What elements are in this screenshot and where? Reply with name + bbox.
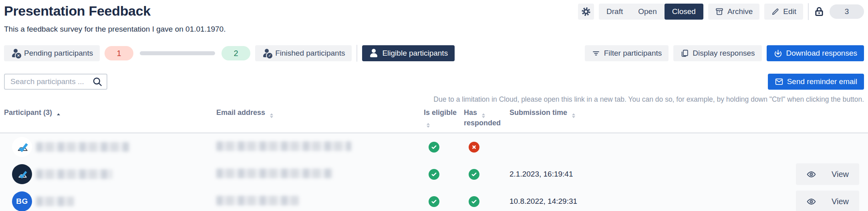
signature-logo-icon [16, 168, 28, 181]
submission-time: 10.8.2022, 14:29:31 [510, 197, 796, 206]
table-row [4, 133, 864, 161]
finished-participants-button[interactable]: ✓ Finished participants [255, 45, 352, 61]
sort-icons [427, 123, 430, 128]
redacted-email [216, 141, 351, 151]
participant-cell: BG [4, 191, 216, 211]
eligible-participants-label: Eligible participants [382, 49, 448, 58]
redacted-participant-name [36, 197, 74, 206]
gear-icon [581, 6, 591, 17]
copy-icon [680, 49, 689, 58]
is-eligible-cell [424, 169, 464, 180]
participant-cell [4, 164, 216, 184]
search-icon [92, 76, 103, 87]
page-subtitle: This a feedback survey for the presentat… [4, 25, 864, 34]
participant-cell [4, 137, 216, 157]
page-title: Presentation Feedback [4, 3, 151, 19]
redacted-email [216, 196, 299, 205]
email-cell [216, 141, 424, 153]
lock-icon [814, 6, 825, 18]
redacted-participant-name [36, 142, 129, 152]
display-responses-button[interactable]: Display responses [673, 45, 761, 61]
person-x-icon: ✕ [11, 48, 20, 58]
participant-toolbar: ✕ Pending participants 1 2 ✓ Finished pa… [4, 45, 864, 62]
participant-table-body: 2.1.2023, 16:19:41 View [0, 133, 868, 211]
settings-button[interactable] [578, 4, 594, 20]
filter-icon [592, 49, 600, 58]
eye-icon [806, 169, 816, 179]
download-responses-button[interactable]: Download responses [767, 45, 864, 61]
column-header-submission[interactable]: Submission time [510, 108, 796, 118]
cloud-limitation-note: Due to a limitation in Cloud, please ope… [4, 95, 864, 104]
submission-time: 2.1.2023, 16:19:41 [510, 170, 796, 179]
archive-button[interactable]: Archive [708, 4, 759, 20]
column-header-participant[interactable]: Participant (3) [4, 108, 216, 117]
eligible-participants-button[interactable]: Eligible participants [362, 45, 455, 61]
eye-icon [806, 197, 816, 207]
table-header: Participant (3) Email address Is eligibl… [4, 108, 864, 133]
redacted-email [216, 169, 333, 178]
column-header-email[interactable]: Email address [216, 108, 424, 118]
view-button-label: View [832, 170, 849, 179]
display-responses-label: Display responses [693, 49, 755, 58]
check-circle-icon [429, 196, 439, 207]
search-row: Send reminder email [4, 74, 864, 90]
edit-button[interactable]: Edit [764, 4, 803, 20]
signature-logo-icon [14, 139, 30, 155]
header-actions: Draft Open Closed Archive [578, 3, 864, 20]
locked-count-badge: 3 [830, 4, 864, 19]
redacted-participant-name [36, 169, 112, 179]
email-cell [216, 196, 424, 207]
email-cell [216, 169, 424, 180]
edit-button-label: Edit [783, 7, 796, 16]
person-icon [369, 48, 379, 58]
participant-admin-page: Presentation Feedback Draft Open Closed [0, 0, 868, 211]
is-eligible-cell [424, 196, 464, 207]
has-responded-cell [464, 142, 510, 153]
pending-count-badge: 1 [105, 46, 133, 60]
table-row: 2.1.2023, 16:19:41 View [4, 161, 864, 188]
envelope-icon [775, 77, 783, 86]
table-row: BG 10.8.2022, 14:29:31 [4, 188, 864, 211]
title-block: Presentation Feedback [4, 2, 151, 19]
status-tab-group: Draft Open Closed [599, 4, 703, 20]
toolbar-left: ✕ Pending participants 1 2 ✓ Finished pa… [4, 45, 455, 62]
tab-draft[interactable]: Draft [599, 4, 630, 20]
column-header-responded[interactable]: Has responded [464, 108, 510, 128]
search-box [4, 74, 107, 90]
view-response-button[interactable]: View [796, 163, 859, 185]
column-header-eligible[interactable]: Is eligible [424, 108, 464, 128]
download-cloud-icon [773, 49, 783, 58]
avatar-initials: BG [16, 197, 28, 206]
tab-open[interactable]: Open [630, 4, 664, 20]
has-responded-cell [464, 196, 510, 207]
check-circle-icon [469, 196, 479, 207]
toolbar-divider [356, 45, 357, 62]
send-reminder-button[interactable]: Send reminder email [768, 74, 864, 90]
person-check-icon: ✓ [262, 48, 272, 58]
pending-participants-button[interactable]: ✕ Pending participants [4, 45, 100, 61]
is-eligible-cell [424, 142, 464, 153]
tab-closed[interactable]: Closed [665, 4, 703, 20]
view-button-label: View [832, 197, 849, 206]
finished-count-badge: 2 [222, 46, 250, 60]
sort-icons [482, 113, 485, 118]
sort-icons [572, 113, 575, 118]
check-circle-icon [429, 169, 439, 180]
sort-ascending-icon [57, 113, 60, 115]
page-header: Presentation Feedback Draft Open Closed [4, 2, 864, 20]
sort-icons [270, 113, 273, 118]
search-input[interactable] [10, 77, 89, 86]
filter-participants-button[interactable]: Filter participants [585, 45, 669, 61]
check-circle-icon [469, 169, 479, 180]
archive-button-label: Archive [727, 7, 753, 16]
archive-box-icon [715, 7, 724, 16]
avatar [12, 137, 32, 157]
toolbar-right: Filter participants Display responses [585, 45, 864, 61]
participation-progress-bar [140, 51, 215, 55]
pending-participants-label: Pending participants [24, 49, 93, 58]
x-circle-icon [469, 142, 479, 153]
filter-participants-label: Filter participants [604, 49, 662, 58]
finished-participants-label: Finished participants [275, 49, 345, 58]
header-divider [808, 3, 809, 20]
view-response-button[interactable]: View [796, 191, 859, 211]
